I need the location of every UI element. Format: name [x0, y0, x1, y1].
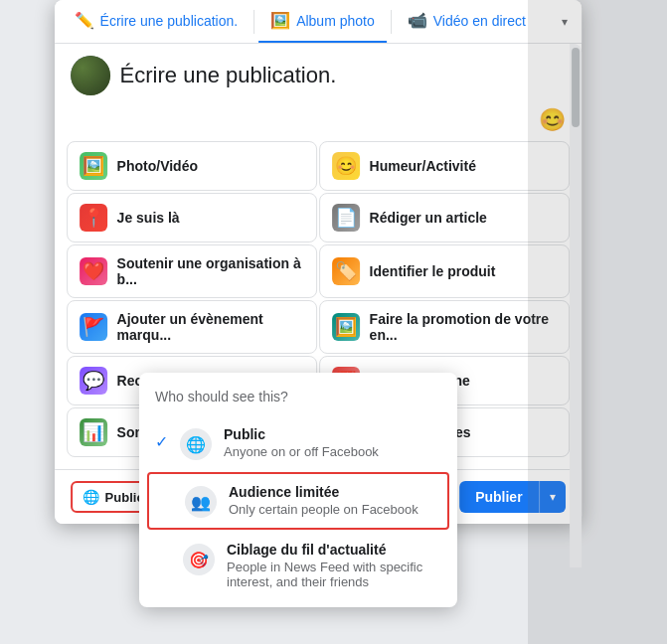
checkin-icon: 📍: [80, 204, 107, 232]
video-icon: 📹: [408, 11, 427, 30]
dropdown-option-limited[interactable]: 👥 Audience limitée Only certain people o…: [147, 472, 449, 530]
dropdown-option-limited-label: Audience limitée: [229, 484, 439, 500]
globe-icon: 🌐: [83, 489, 99, 505]
action-event-flag[interactable]: 🚩 Ajouter un évènement marqu...: [67, 300, 317, 354]
public-globe-icon: 🌐: [180, 428, 212, 460]
dropdown-option-public-label: Public: [224, 426, 441, 442]
dropdown-option-public[interactable]: ✓ 🌐 Public Anyone on or off Facebook: [139, 416, 457, 470]
audience-dropdown: Who should see this? ✓ 🌐 Public Anyone o…: [139, 373, 457, 607]
tab-divider-2: [391, 10, 392, 34]
mood-icon: 😊: [332, 152, 360, 180]
action-article-label: Rédiger un article: [370, 210, 487, 226]
dropdown-option-public-desc: Anyone on or off Facebook: [224, 444, 441, 459]
newsfeed-target-icon: 🎯: [183, 544, 215, 575]
post-header: Écrire une publication.: [55, 44, 582, 103]
action-checkin[interactable]: 📍 Je suis là: [67, 193, 317, 242]
page-title: Écrire une publication.: [120, 63, 337, 88]
dropdown-title: Who should see this?: [139, 381, 457, 416]
dropdown-option-limited-text: Audience limitée Only certain people on …: [229, 484, 439, 517]
tag-icon: 🏷️: [332, 257, 360, 285]
article-icon: 📄: [332, 204, 360, 232]
support-icon: ❤️: [80, 257, 107, 285]
tab-write-label: Écrire une publication.: [100, 13, 239, 29]
action-photo-label: Photo/Vidéo: [117, 158, 198, 174]
action-photo[interactable]: 🖼️ Photo/Vidéo: [67, 141, 317, 191]
dropdown-option-newsfeed[interactable]: 🎯 Ciblage du fil d'actualité People in N…: [139, 532, 457, 599]
promote-icon: 🖼️: [332, 313, 360, 341]
dropdown-option-limited-desc: Only certain people on Facebook: [229, 502, 439, 517]
dropdown-option-public-text: Public Anyone on or off Facebook: [224, 426, 441, 459]
tab-bar: ✏️ Écrire une publication. 🖼️ Album phot…: [55, 0, 582, 44]
action-mood-label: Humeur/Activité: [370, 158, 476, 174]
avatar: [71, 56, 110, 95]
avatar-image: [71, 56, 110, 95]
action-tag-label: Identifier le produit: [370, 263, 496, 279]
tab-video[interactable]: 📹 Vidéo en direct: [396, 0, 538, 43]
dropdown-option-newsfeed-desc: People in News Feed with specific intere…: [227, 560, 441, 589]
tab-album[interactable]: 🖼️ Album photo: [258, 0, 387, 43]
limited-people-icon: 👥: [185, 486, 217, 518]
tab-divider-1: [253, 10, 254, 34]
tab-video-label: Vidéo en direct: [433, 13, 526, 29]
right-panel-overlay: [528, 0, 667, 644]
action-support[interactable]: ❤️ Soutenir une organisation à b...: [67, 244, 317, 298]
write-icon: ✏️: [75, 11, 94, 30]
action-support-label: Soutenir une organisation à b...: [117, 255, 304, 287]
emoji-row: 😊: [55, 103, 582, 141]
messenger-icon: 💬: [80, 367, 107, 395]
poll-icon: 📊: [80, 418, 107, 446]
action-checkin-label: Je suis là: [117, 210, 180, 226]
publish-button[interactable]: Publier: [459, 481, 538, 513]
photo-icon: 🖼️: [80, 152, 107, 180]
event-flag-icon: 🚩: [80, 313, 107, 341]
audience-label: Public: [105, 490, 144, 505]
dropdown-option-newsfeed-label: Ciblage du fil d'actualité: [227, 542, 441, 558]
dropdown-option-newsfeed-text: Ciblage du fil d'actualité People in New…: [227, 542, 441, 589]
action-event-flag-label: Ajouter un évènement marqu...: [117, 311, 304, 343]
tab-album-label: Album photo: [296, 13, 375, 29]
album-icon: 🖼️: [270, 11, 290, 30]
tab-write[interactable]: ✏️ Écrire une publication.: [63, 0, 250, 43]
checkmark-icon: ✓: [155, 432, 168, 451]
